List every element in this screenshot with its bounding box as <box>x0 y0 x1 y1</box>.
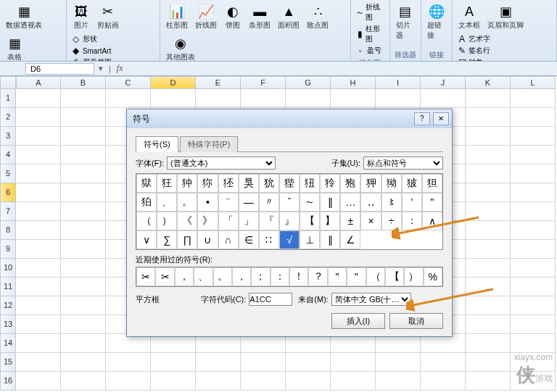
symbol-cell[interactable]: 狓 <box>402 174 422 193</box>
cell[interactable] <box>16 240 61 259</box>
cell[interactable] <box>331 353 376 372</box>
symbol-cell[interactable]: • <box>197 193 218 212</box>
cell[interactable] <box>466 278 511 296</box>
cell[interactable] <box>421 372 466 391</box>
ribbon-button[interactable]: 📈折线图 <box>192 1 220 32</box>
symbol-cell[interactable]: 狍 <box>340 174 360 193</box>
cell[interactable] <box>61 334 106 353</box>
cell[interactable] <box>61 353 106 372</box>
symbol-cell[interactable]: ∠ <box>340 230 360 249</box>
help-button[interactable]: ? <box>414 112 430 125</box>
symbol-cell[interactable]: ∈ <box>239 230 259 249</box>
col-header[interactable]: F <box>241 76 286 89</box>
cell[interactable] <box>151 372 196 391</box>
cell[interactable] <box>241 372 286 391</box>
cell[interactable] <box>376 372 421 391</box>
ribbon-button[interactable]: ▲面积图 <box>275 1 302 32</box>
ribbon-button[interactable]: A艺术字 <box>455 33 492 45</box>
symbol-cell[interactable]: 狉 <box>218 174 239 193</box>
row-header[interactable]: 14 <box>0 334 16 353</box>
symbol-cell[interactable]: 」 <box>239 212 259 230</box>
cell[interactable] <box>16 146 61 164</box>
row-header[interactable]: 13 <box>0 315 16 334</box>
row-header[interactable]: 12 <box>0 296 16 315</box>
symbol-cell[interactable]: 狃 <box>300 174 320 193</box>
ribbon-button[interactable]: ▦表格 <box>3 33 26 62</box>
symbol-cell[interactable]: ÷ <box>381 212 402 230</box>
recent-symbol[interactable]: （ <box>366 267 385 286</box>
recent-symbol[interactable]: ： <box>271 267 289 286</box>
recent-symbol[interactable]: ， <box>175 267 194 286</box>
ribbon-button[interactable]: 🌐超链接 <box>424 1 449 42</box>
cell[interactable] <box>16 89 61 108</box>
symbol-cell[interactable]: 「 <box>218 212 239 230</box>
symbol-cell[interactable]: ∧ <box>422 212 442 230</box>
symbol-cell[interactable]: 〃 <box>259 193 279 212</box>
col-header[interactable]: I <box>376 76 421 89</box>
row-header[interactable]: 4 <box>0 146 16 164</box>
cell[interactable] <box>61 127 106 146</box>
symbol-cell[interactable]: 。 <box>177 193 197 212</box>
ribbon-button[interactable]: 🖼图片 <box>70 1 93 32</box>
cell[interactable] <box>376 353 421 372</box>
cell[interactable] <box>511 240 556 259</box>
cell[interactable] <box>16 202 61 221</box>
recent-symbol[interactable]: 、 <box>194 267 213 286</box>
row-header[interactable]: 5 <box>0 164 16 183</box>
symbol-cell[interactable]: ～ <box>300 193 320 212</box>
symbol-cell[interactable]: ） <box>157 212 177 230</box>
cell[interactable] <box>286 353 331 372</box>
cell[interactable] <box>511 89 556 108</box>
recent-symbol[interactable]: % <box>424 267 442 286</box>
symbol-cell[interactable]: 狊 <box>239 174 259 193</box>
font-select[interactable]: (普通文本) <box>167 157 276 170</box>
cell[interactable] <box>466 315 511 334</box>
ribbon-button[interactable]: ◪对象 <box>455 57 492 62</box>
symbol-cell[interactable]: … <box>340 193 360 212</box>
cell[interactable] <box>16 334 61 353</box>
cell[interactable] <box>511 221 556 240</box>
cell[interactable] <box>511 108 556 127</box>
cell[interactable] <box>196 353 241 372</box>
cell[interactable] <box>241 89 286 108</box>
symbol-cell[interactable]: × <box>360 212 381 230</box>
symbol-cell[interactable]: 】 <box>320 212 340 230</box>
symbol-cell[interactable]: ˇ <box>279 193 300 212</box>
row-header[interactable]: 11 <box>0 278 16 296</box>
ribbon-button[interactable]: ▦数据透视表 <box>3 1 45 32</box>
col-header[interactable]: L <box>511 76 556 89</box>
recent-symbol[interactable]: ？ <box>308 267 327 286</box>
ribbon-button[interactable]: ∴散点图 <box>304 1 331 32</box>
ribbon-button[interactable]: ✂剪贴画 <box>94 1 122 32</box>
tab-symbols[interactable]: 符号(S) <box>136 136 178 152</box>
cell[interactable] <box>61 202 106 221</box>
dropdown-icon[interactable]: ▾ <box>96 64 106 73</box>
subset-select[interactable]: 标点和符号 <box>363 157 443 170</box>
cell[interactable] <box>61 278 106 296</box>
symbol-cell[interactable]: 狁 <box>259 174 279 193</box>
symbol-cell[interactable]: 『 <box>259 212 279 230</box>
name-box[interactable]: D6 <box>25 63 94 75</box>
symbol-cell[interactable]: 《 <box>177 212 197 230</box>
ribbon-button[interactable]: ◦盈亏 <box>354 45 387 57</box>
close-button[interactable]: ✕ <box>433 112 449 125</box>
cell[interactable] <box>16 221 61 240</box>
cell[interactable] <box>16 108 61 127</box>
from-select[interactable]: 简体中文 GB(十… <box>331 293 411 306</box>
ribbon-button[interactable]: ～折线图 <box>354 1 387 23</box>
symbol-cell[interactable]: ∪ <box>197 230 218 249</box>
cell[interactable] <box>286 89 331 108</box>
recent-symbol[interactable]: 。 <box>213 267 232 286</box>
symbol-cell[interactable]: 〻 <box>381 193 402 212</box>
ribbon-button[interactable]: ◇形状 <box>70 33 113 45</box>
recent-symbol[interactable]: ； <box>251 267 270 286</box>
symbol-cell[interactable]: " <box>422 193 442 212</box>
cell[interactable] <box>511 278 556 296</box>
col-header[interactable]: K <box>466 76 511 89</box>
code-input[interactable] <box>249 293 292 306</box>
symbol-cell[interactable]: ' <box>402 193 422 212</box>
cell[interactable] <box>106 89 151 108</box>
symbol-cell[interactable]: 狎 <box>360 174 381 193</box>
cell[interactable] <box>466 164 511 183</box>
cell[interactable] <box>466 146 511 164</box>
